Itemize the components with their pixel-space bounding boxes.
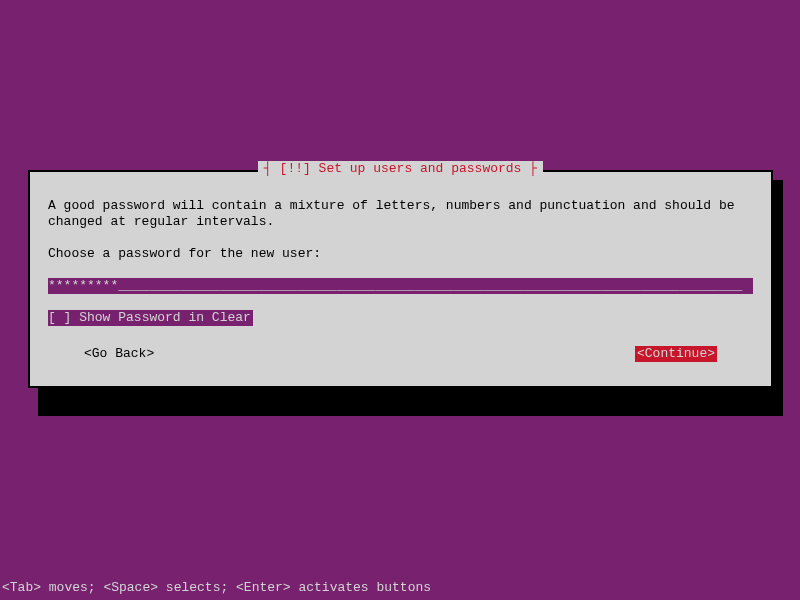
dialog-content: A good password will contain a mixture o… [38,180,763,378]
title-bracket-left: ┤ [264,161,280,176]
footer-help-text: <Tab> moves; <Space> selects; <Enter> ac… [2,580,431,596]
password-masked-value: ********* [48,278,118,293]
dialog: ┤ [!!] Set up users and passwords ├ A go… [28,170,773,388]
continue-button[interactable]: <Continue> [635,346,717,362]
title-bracket-right: ├ [521,161,537,176]
show-password-checkbox[interactable]: [ ] Show Password in Clear [48,310,253,326]
dialog-title: ┤ [!!] Set up users and passwords ├ [258,161,543,177]
password-input[interactable]: *********_______________________________… [48,278,753,294]
description-text: A good password will contain a mixture o… [48,198,753,230]
dialog-title-row: ┤ [!!] Set up users and passwords ├ [30,161,771,177]
checkbox-state: [ ] [48,310,71,325]
prompt-text: Choose a password for the new user: [48,246,753,262]
go-back-button[interactable]: <Go Back> [84,346,154,362]
password-filler: ________________________________________… [118,278,742,293]
checkbox-row: [ ] Show Password in Clear [48,310,753,326]
button-row: <Go Back> <Continue> [48,346,753,368]
title-text: [!!] Set up users and passwords [280,161,522,176]
dialog-wrapper: ┤ [!!] Set up users and passwords ├ A go… [28,170,773,388]
checkbox-label: Show Password in Clear [79,310,251,325]
